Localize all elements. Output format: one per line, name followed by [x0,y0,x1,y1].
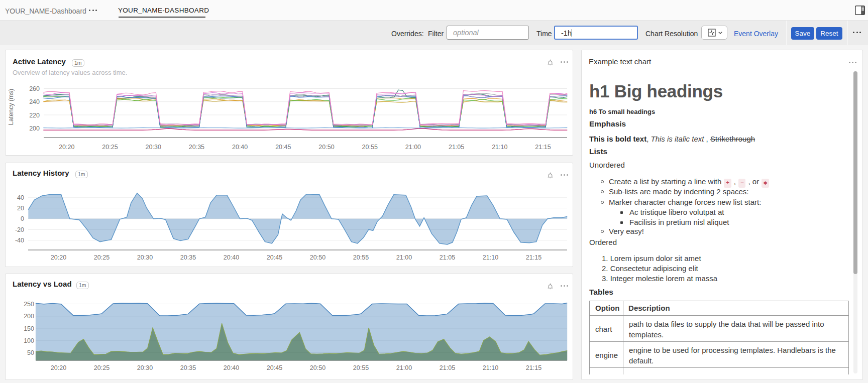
svg-text:20:45: 20:45 [267,364,282,371]
svg-text:20:35: 20:35 [189,144,204,151]
svg-text:100: 100 [24,337,34,344]
svg-text:20:50: 20:50 [318,144,334,151]
svg-text:250: 250 [24,301,34,308]
svg-text:20:25: 20:25 [94,254,110,261]
svg-text:20:40: 20:40 [224,364,239,371]
svg-text:20:40: 20:40 [224,254,239,261]
svg-text:21:00: 21:00 [405,144,421,151]
svg-text:0: 0 [21,215,24,222]
svg-text:20:50: 20:50 [310,364,325,371]
svg-text:20:20: 20:20 [59,144,74,151]
svg-text:260: 260 [29,85,40,92]
svg-text:20:55: 20:55 [353,364,369,371]
svg-text:21:10: 21:10 [492,144,507,151]
svg-text:-20: -20 [15,226,24,233]
svg-text:40: 40 [17,194,24,201]
svg-text:20:20: 20:20 [51,364,66,371]
svg-text:20:25: 20:25 [102,144,118,151]
svg-text:200: 200 [29,125,40,132]
svg-text:21:15: 21:15 [535,144,551,151]
svg-text:20:30: 20:30 [137,254,153,261]
svg-text:20:35: 20:35 [180,254,196,261]
svg-text:220: 220 [29,112,40,119]
svg-text:Latency (ms): Latency (ms) [8,89,15,125]
svg-text:21:05: 21:05 [449,144,464,151]
svg-text:20:35: 20:35 [180,364,196,371]
svg-text:20:30: 20:30 [146,144,161,151]
svg-text:20:45: 20:45 [267,254,282,261]
svg-text:21:15: 21:15 [526,364,541,371]
svg-text:21:05: 21:05 [440,254,455,261]
svg-text:20: 20 [17,205,24,212]
svg-text:20:55: 20:55 [353,254,369,261]
svg-text:20:50: 20:50 [310,254,325,261]
svg-text:20:20: 20:20 [51,254,66,261]
svg-text:50: 50 [27,349,34,356]
svg-text:20:30: 20:30 [137,364,153,371]
svg-text:240: 240 [29,98,40,105]
svg-text:21:10: 21:10 [483,364,498,371]
svg-text:21:05: 21:05 [440,364,455,371]
svg-text:21:00: 21:00 [396,364,412,371]
svg-text:21:00: 21:00 [396,254,412,261]
svg-text:20:55: 20:55 [362,144,378,151]
svg-text:150: 150 [24,325,34,332]
svg-text:21:10: 21:10 [483,254,498,261]
svg-text:21:15: 21:15 [526,254,541,261]
svg-text:20:25: 20:25 [94,364,110,371]
svg-text:20:45: 20:45 [275,144,291,151]
svg-text:200: 200 [24,313,34,320]
svg-text:-40: -40 [15,237,24,244]
svg-text:20:40: 20:40 [232,144,248,151]
